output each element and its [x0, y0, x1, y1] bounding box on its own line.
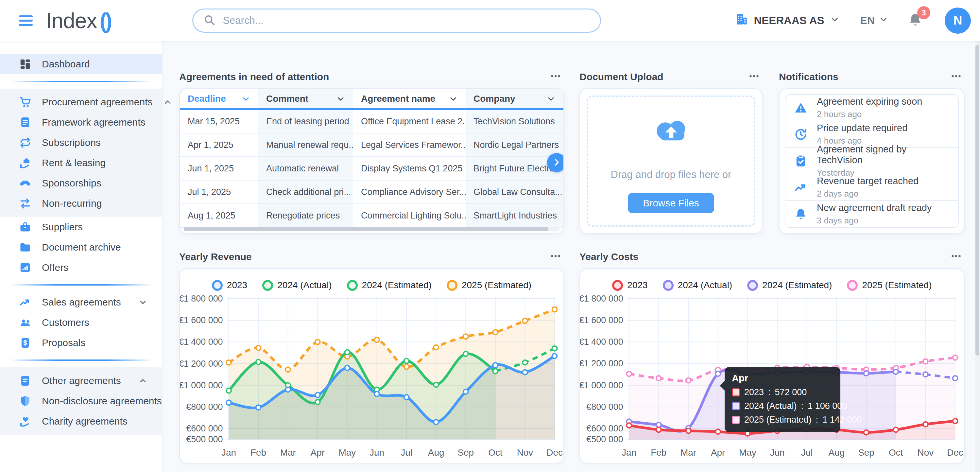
upload-dropzone[interactable]: Drag and drop files here or Browse Files [587, 96, 756, 227]
sidebar-item-label: Non-recurring [42, 198, 102, 209]
sidebar-item-customers[interactable]: Customers [0, 313, 162, 333]
legend-item[interactable]: 2024 (Estimated) [747, 280, 832, 291]
sidebar-item-other-agreements[interactable]: Other agreements [0, 371, 162, 391]
dots-icon [950, 70, 962, 83]
column-header-comment[interactable]: Comment [258, 89, 353, 108]
legend-item[interactable]: 2025 (Estimated) [847, 280, 932, 291]
yearly-revenue-chart[interactable]: 20232024 (Actual)2024 (Estimated)2025 (E… [179, 268, 564, 464]
column-header-company[interactable]: Company [466, 89, 563, 108]
tooltip-series-name: 2023 [744, 387, 764, 397]
notification-item[interactable]: Agreement expiring soon2 hours ago [786, 95, 958, 121]
table-row[interactable]: Aug 1, 2025Renegotiate pricesCommercial … [180, 204, 563, 228]
handshake-icon [19, 177, 32, 190]
yearly-costs-chart[interactable]: 20232024 (Actual)2024 (Estimated)2025 (E… [579, 268, 965, 464]
building-icon [735, 13, 748, 26]
browse-files-button[interactable]: Browse Files [628, 193, 714, 213]
notification-item[interactable]: Revenue target reached2 days ago [786, 174, 958, 201]
sidebar-item-proposals[interactable]: Proposals [0, 333, 162, 353]
upload-menu-button[interactable] [748, 70, 760, 83]
notification-title: Agreement signed by TechVision [817, 144, 950, 166]
sidebar-item-label: Rent & leasing [42, 157, 106, 169]
table-next-button[interactable] [547, 153, 564, 172]
sidebar-item-dashboard[interactable]: Dashboard [0, 54, 162, 74]
legend-item[interactable]: 2025 (Estimated) [447, 280, 531, 291]
notification-time: 2 days ago [817, 189, 918, 199]
sidebar-item-label: Proposals [42, 337, 85, 348]
sidebar-item-label: Subscriptions [42, 137, 101, 148]
trend-up-icon [19, 296, 32, 308]
column-header-agreement-name[interactable]: Agreement name [353, 89, 466, 108]
sidebar-item-sales-agreements[interactable]: Sales agreements [0, 292, 162, 313]
notifications-title: Notifications [779, 71, 838, 83]
upload-section: Document Upload Drag and drop files here… [579, 70, 762, 234]
sidebar-item-label: Document archive [42, 242, 121, 253]
sidebar-item-charity-agreements[interactable]: Charity agreements [0, 411, 162, 431]
table-horizontal-scrollbar[interactable] [184, 227, 560, 231]
bell-icon [794, 207, 808, 221]
shield-icon [19, 395, 32, 407]
notification-item[interactable]: New agreement draft ready3 days ago [786, 201, 958, 227]
file-icon [19, 375, 32, 387]
svg-text:€1 400 000: €1 400 000 [580, 337, 623, 347]
notifications-button[interactable]: 3 [907, 12, 923, 29]
avatar[interactable]: N [945, 8, 971, 34]
svg-text:€600 000: €600 000 [186, 424, 223, 434]
notifications-menu-button[interactable] [950, 70, 962, 83]
sidebar-item-label: Procurement agreements [42, 96, 153, 108]
search-bar[interactable] [192, 8, 601, 33]
dashboard-page: Index() NEERAAS AS EN 3 N DashboardProcu… [0, 0, 980, 472]
attention-section: Agreements in need of attention Deadline… [179, 70, 564, 234]
sidebar-item-framework-agreements[interactable]: Framework agreements [0, 112, 162, 132]
costs-menu-button[interactable] [950, 250, 962, 263]
chevron-down-icon [546, 94, 555, 104]
table-row[interactable]: Mar 15, 2025End of leasing periodOffice … [180, 110, 563, 134]
scrollbar-thumb[interactable] [975, 45, 979, 356]
sidebar-item-rent-leasing[interactable]: Rent & leasing [0, 153, 162, 173]
sidebar-item-label: Framework agreements [42, 117, 145, 128]
menu-button[interactable] [19, 13, 33, 28]
company-selector[interactable]: NEERAAS AS [735, 13, 840, 29]
table-row[interactable]: Jun 1, 2025Automatic renewalDisplay Syst… [180, 157, 563, 180]
revenue-menu-button[interactable] [550, 250, 562, 263]
drag-drop-text: Drag and drop files here or [611, 169, 732, 180]
legend-item[interactable]: 2024 (Estimated) [347, 280, 432, 291]
svg-text:Jan: Jan [622, 448, 636, 458]
sidebar-item-suppliers[interactable]: Suppliers [0, 217, 162, 237]
search-input[interactable] [223, 15, 590, 27]
table-row[interactable]: Jul 1, 2025Check additional pri...Compli… [180, 180, 563, 204]
sidebar-item-sponsorships[interactable]: Sponsorships [0, 173, 162, 193]
users-icon [19, 316, 32, 329]
legend-item[interactable]: 2023 [612, 280, 648, 291]
page-scrollbar[interactable] [975, 41, 980, 472]
top-header: Index() NEERAAS AS EN 3 N [0, 0, 980, 41]
dots-icon [950, 70, 962, 82]
notification-item[interactable]: Agreement signed by TechVisionYesterday [786, 148, 958, 174]
sidebar-item-subscriptions[interactable]: Subscriptions [0, 132, 162, 153]
language-selector[interactable]: EN [860, 14, 888, 27]
cart-icon [19, 96, 32, 108]
sidebar-item-non-recurring[interactable]: Non-recurring [0, 193, 162, 214]
legend-marker-icon [612, 280, 623, 291]
sidebar-item-document-archive[interactable]: Document archive [0, 237, 162, 257]
svg-text:€800 000: €800 000 [186, 402, 223, 412]
shield-icon [19, 395, 32, 407]
tooltip-swatch-icon [732, 388, 740, 396]
legend-item[interactable]: 2024 (Actual) [262, 280, 332, 291]
sidebar-item-procurement-agreements[interactable]: Procurement agreements [0, 92, 162, 112]
tooltip-row: 2024 (Actual):1 106 000 [732, 401, 833, 411]
chart-plot[interactable]: €1 800 000€1 600 000€1 400 000€1 200 000… [180, 294, 563, 464]
hand-house-icon [19, 157, 32, 169]
scrollbar-thumb[interactable] [184, 227, 548, 231]
sidebar-item-non-disclosure-agreements[interactable]: Non-disclosure agreements [0, 391, 162, 411]
chevron-down-icon [830, 14, 840, 24]
table-row[interactable]: Apr 1, 2025Manual renewal requ...Legal S… [180, 134, 563, 157]
legend-item[interactable]: 2024 (Actual) [663, 280, 732, 291]
attention-menu-button[interactable] [550, 70, 562, 83]
column-header-deadline[interactable]: Deadline [180, 89, 258, 108]
column-label: Agreement name [361, 94, 435, 104]
svg-text:€1 800 000: €1 800 000 [580, 294, 623, 303]
table-cell: Global Law Consulta... [466, 180, 563, 203]
legend-item[interactable]: 2023 [212, 280, 247, 291]
svg-text:€600 000: €600 000 [586, 424, 623, 434]
sidebar-item-offers[interactable]: Offers [0, 257, 162, 278]
